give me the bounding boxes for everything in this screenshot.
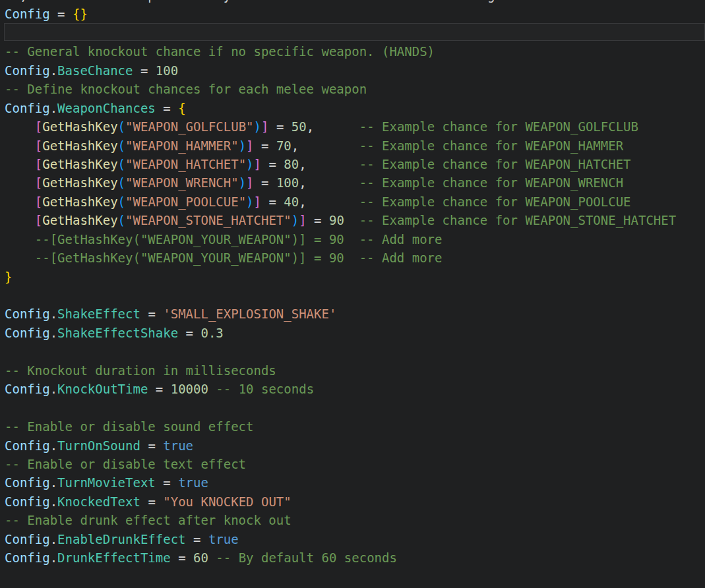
code-line[interactable]: -- Enable or disable sound effect (5, 417, 676, 436)
token-punctuation: = (261, 157, 284, 171)
token-comment: -- General knockout chance if no specifi… (5, 44, 435, 59)
code-line[interactable] (5, 342, 676, 361)
code-line[interactable]: -- Knockout duration in milliseconds (5, 361, 676, 380)
token-punctuation: = (261, 194, 284, 209)
token-punctuation: , (291, 138, 359, 153)
token-bracket-blue: ) (246, 194, 253, 209)
code-line[interactable]: --[GetHashKey("WEAPON_YOUR_WEAPON")] = 9… (5, 230, 676, 249)
token-comment: --[GetHashKey("WEAPON_YOUR_WEAPON")] = 9… (5, 232, 442, 247)
token-punctuation: = (133, 63, 155, 78)
token-number: 40 (284, 194, 299, 209)
token-bracket-blue: ( (118, 138, 125, 153)
token-property: TurnMovieText (57, 475, 156, 490)
code-line[interactable]: -- Define knockout chances for each mele… (5, 80, 676, 98)
code-line[interactable]: Config.TurnMovieText = true (5, 473, 676, 492)
token-bracket-pink: ] (299, 213, 306, 227)
token-bracket-pink: [ (35, 194, 42, 209)
token-comment: -- Enable drunk effect after knock out (5, 513, 291, 527)
code-line[interactable]: Config.WeaponChances = { (5, 99, 676, 117)
token-bracket-yellow: {} (73, 7, 88, 21)
code-line[interactable]: -- Enable or disable text effect (5, 455, 676, 473)
code-line[interactable] (5, 399, 676, 417)
token-punctuation (5, 119, 35, 134)
token-comment: -- Example chance for WEAPON_HAMMER (359, 138, 623, 153)
token-bracket-blue: ) (239, 175, 246, 190)
token-number: 90 (329, 213, 344, 227)
token-bracket-blue: ) (239, 138, 246, 153)
token-property: EnableDrunkEffect (57, 532, 185, 546)
code-line[interactable]: [GetHashKey("WEAPON_STONE_HATCHET")] = 9… (5, 211, 676, 229)
token-number: 10000 (171, 382, 208, 396)
code-line[interactable]: [GetHashKey("WEAPON_HAMMER")] = 70, -- E… (5, 136, 676, 155)
code-line[interactable]: Config.DrunkEffectTime = 60 -- By defaul… (5, 548, 676, 567)
token-keyword: t (419, 0, 427, 3)
token-function-name: GetHashKey (42, 194, 117, 209)
code-line[interactable]: , p y = t g (5, 0, 676, 5)
code-line[interactable] (5, 286, 676, 305)
code-line[interactable]: [GetHashKey("WEAPON_WRENCH")] = 100, -- … (5, 173, 676, 192)
code-line[interactable]: Config.BaseChance = 100 (5, 61, 676, 80)
token-variable: Config (5, 475, 50, 490)
token-variable: Config (5, 63, 50, 78)
token-bracket-pink: [ (35, 119, 42, 134)
token-comment: -- Example chance for WEAPON_HATCHET (359, 157, 631, 171)
token-punctuation (5, 138, 35, 153)
token-function-name: GetHashKey (42, 119, 117, 134)
token-punctuation: . (50, 326, 57, 340)
code-editor[interactable]: , p y = t gConfig = {}-- General knockou… (0, 0, 705, 588)
code-area[interactable]: , p y = t gConfig = {}-- General knockou… (5, 0, 676, 568)
code-line[interactable]: Config.TurnOnSound = true (5, 436, 676, 455)
token-function-name: GetHashKey (42, 138, 117, 153)
token-variable: Config (5, 494, 50, 509)
token-property: TurnOnSound (57, 438, 140, 453)
token-property: BaseChance (57, 63, 133, 78)
code-line[interactable]: [GetHashKey("WEAPON_GOLFCLUB")] = 50, --… (5, 117, 676, 136)
token-punctuation: = (140, 438, 163, 453)
code-line[interactable]: Config.ShakeEffectShake = 0.3 (5, 324, 676, 342)
token-bracket-yellow: { (178, 101, 185, 115)
code-line[interactable]: Config = {} (5, 5, 676, 23)
token-punctuation: g (427, 0, 495, 3)
code-line[interactable]: [GetHashKey("WEAPON_POOLCUE")] = 40, -- … (5, 192, 676, 211)
token-bracket-pink: [ (35, 213, 42, 227)
token-punctuation: , (299, 194, 359, 209)
token-bracket-blue: ( (118, 194, 125, 209)
token-keyword: true (208, 532, 239, 546)
token-comment: -- Define knockout chances for each mele… (5, 82, 367, 96)
token-number: 0.3 (200, 326, 223, 340)
code-line[interactable]: Config.KnockOutTime = 10000 -- 10 second… (5, 380, 676, 398)
token-variable: Config (5, 7, 50, 21)
token-keyword: true (163, 438, 193, 453)
token-bracket-pink: [ (35, 157, 42, 171)
code-line[interactable]: Config.KnockedText = "You KNOCKED OUT" (5, 492, 676, 511)
code-line[interactable]: Config.ShakeEffect = 'SMALL_EXPLOSION_SH… (5, 305, 676, 323)
token-string: "WEAPON_STONE_HATCHET" (125, 213, 291, 227)
token-bracket-pink: ] (246, 138, 253, 153)
code-line[interactable]: [GetHashKey("WEAPON_HATCHET")] = 80, -- … (5, 155, 676, 173)
token-variable: Config (5, 382, 50, 396)
code-line[interactable]: } (5, 268, 676, 286)
token-punctuation: = (50, 7, 73, 21)
token-punctuation: = (140, 307, 163, 321)
code-line-current[interactable] (5, 24, 676, 42)
token-string: "You KNOCKED OUT" (163, 494, 291, 509)
token-punctuation (344, 213, 359, 227)
token-punctuation: = (186, 532, 208, 546)
code-line[interactable]: Config.EnableDrunkEffect = true (5, 530, 676, 548)
code-line[interactable]: -- General knockout chance if no specifi… (5, 42, 676, 61)
token-punctuation: = (254, 175, 276, 190)
code-line[interactable]: -- Enable drunk effect after knock out (5, 511, 676, 529)
token-bracket-pink: ] (254, 194, 261, 209)
code-line[interactable]: --[GetHashKey("WEAPON_YOUR_WEAPON")] = 9… (5, 249, 676, 267)
token-number: 100 (156, 63, 178, 78)
token-property: ShakeEffect (57, 307, 140, 321)
token-punctuation: . (50, 438, 57, 453)
token-variable: Config (5, 550, 50, 565)
token-function-name: GetHashKey (42, 213, 117, 227)
token-bracket-pink: ] (261, 119, 268, 134)
token-punctuation (5, 194, 35, 209)
token-property: ShakeEffectShake (57, 326, 178, 340)
token-bracket-pink: [ (35, 175, 42, 190)
token-variable: Config (5, 326, 50, 340)
token-punctuation (5, 157, 35, 171)
